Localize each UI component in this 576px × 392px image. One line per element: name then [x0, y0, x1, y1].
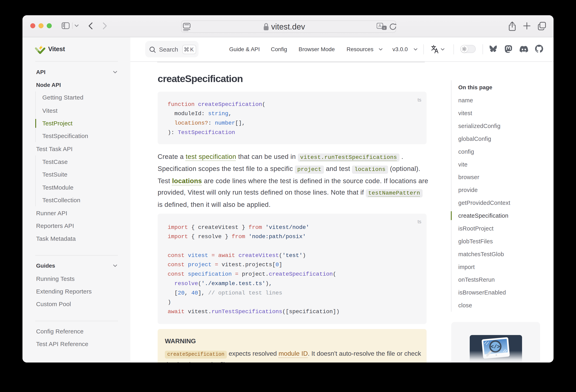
svg-text:</>: </> — [491, 344, 500, 350]
svg-text:x: x — [383, 26, 385, 30]
svg-text:A: A — [378, 24, 381, 28]
